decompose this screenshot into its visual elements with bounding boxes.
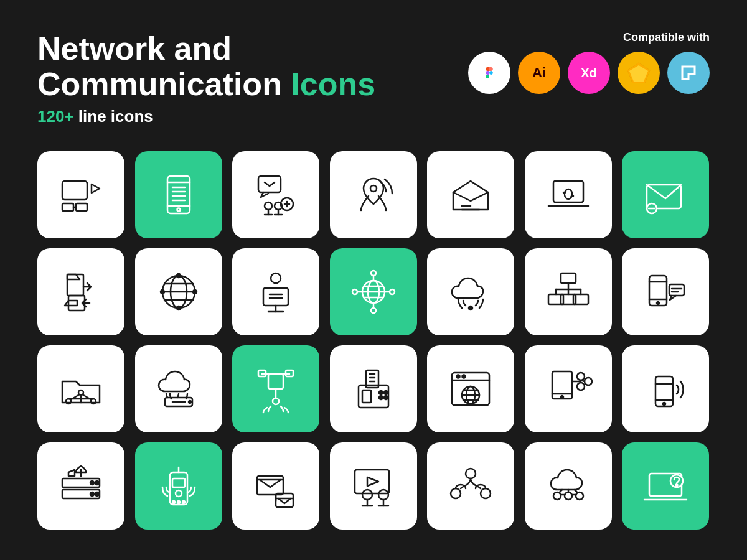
- svg-point-133: [95, 492, 99, 496]
- icon-email-block[interactable]: [622, 151, 709, 238]
- icon-video-message[interactable]: [37, 151, 125, 238]
- icons-grid: [37, 151, 710, 530]
- svg-point-108: [457, 375, 460, 378]
- svg-point-120: [577, 383, 585, 390]
- svg-point-77: [657, 302, 659, 304]
- svg-point-117: [561, 396, 563, 398]
- svg-point-148: [362, 490, 372, 500]
- svg-point-105: [384, 396, 388, 399]
- icon-cloud-nodes[interactable]: [525, 442, 612, 530]
- icon-browser-globe[interactable]: [427, 345, 514, 432]
- svg-rect-65: [561, 273, 576, 283]
- icon-email-open[interactable]: [427, 151, 514, 238]
- icon-mobile-broadcast[interactable]: [622, 345, 709, 432]
- svg-rect-115: [552, 371, 572, 399]
- svg-point-157: [481, 488, 491, 498]
- svg-rect-91: [268, 374, 283, 389]
- subtitle: 120+ line icons: [37, 107, 375, 126]
- svg-point-139: [177, 501, 180, 503]
- icon-video-presentation[interactable]: [330, 442, 417, 530]
- svg-point-169: [676, 485, 678, 487]
- svg-rect-136: [172, 478, 185, 487]
- svg-point-95: [273, 398, 279, 404]
- icon-walkie-talkie[interactable]: [135, 442, 222, 530]
- svg-point-89: [189, 401, 191, 403]
- title-block: Network and Communication Icons 120+ lin…: [37, 31, 375, 126]
- header: Network and Communication Icons 120+ lin…: [37, 31, 710, 126]
- xd-icon: Xd: [568, 52, 610, 94]
- svg-point-109: [463, 375, 466, 378]
- svg-rect-3: [62, 181, 87, 200]
- icon-cloud-wireless[interactable]: [427, 248, 514, 335]
- title-line2: Communication Icons: [37, 66, 375, 102]
- icon-network-hierarchy[interactable]: [525, 248, 612, 335]
- svg-point-84: [78, 390, 83, 395]
- icon-network-tablet[interactable]: [525, 345, 612, 432]
- sketch-icon: [618, 52, 660, 94]
- svg-rect-101: [362, 390, 371, 403]
- icon-file-transfer[interactable]: [37, 248, 125, 335]
- icon-mail-image[interactable]: [232, 442, 319, 530]
- icon-folder-network[interactable]: [37, 345, 125, 432]
- svg-point-158: [553, 492, 561, 500]
- svg-point-156: [451, 488, 461, 498]
- icon-satellite[interactable]: [232, 345, 319, 432]
- svg-rect-135: [170, 472, 187, 505]
- svg-point-20: [265, 202, 272, 210]
- icon-sync-laptop[interactable]: [525, 151, 612, 238]
- title-accent: Icons: [291, 66, 375, 102]
- svg-point-137: [176, 490, 182, 497]
- compat-label: Compatible with: [468, 31, 710, 44]
- svg-point-45: [271, 273, 281, 283]
- icon-globe-nodes[interactable]: [330, 248, 417, 335]
- svg-rect-145: [276, 493, 293, 507]
- icon-mobile-message[interactable]: [622, 248, 709, 335]
- svg-point-119: [577, 373, 585, 380]
- main-container: Network and Communication Icons 120+ lin…: [0, 0, 747, 560]
- svg-point-102: [379, 391, 383, 394]
- svg-rect-78: [669, 284, 684, 296]
- svg-marker-4: [92, 184, 100, 193]
- svg-point-159: [565, 492, 572, 500]
- compat-block: Compatible with Ai: [468, 31, 710, 94]
- icon-team-network[interactable]: [427, 442, 514, 530]
- svg-point-160: [576, 492, 583, 500]
- svg-point-15: [177, 208, 180, 212]
- icon-fax-machine[interactable]: [330, 345, 417, 432]
- svg-rect-6: [76, 203, 87, 211]
- compat-icons: Ai Xd: [468, 52, 710, 94]
- icon-mobile-phone[interactable]: [135, 151, 222, 238]
- svg-rect-16: [258, 176, 281, 192]
- icon-globe-network[interactable]: [135, 248, 222, 335]
- svg-point-26: [370, 185, 377, 192]
- illustrator-icon: Ai: [518, 52, 560, 94]
- icon-firewall-server[interactable]: [37, 442, 125, 530]
- svg-marker-154: [367, 477, 378, 486]
- title-line1: Network and: [37, 30, 232, 67]
- svg-point-149: [378, 490, 388, 500]
- svg-point-140: [182, 501, 185, 503]
- icon-cloud-router[interactable]: [135, 345, 222, 432]
- svg-point-121: [585, 378, 592, 385]
- svg-point-42: [193, 290, 197, 294]
- icon-podium[interactable]: [232, 248, 319, 335]
- svg-point-103: [384, 391, 388, 394]
- svg-rect-142: [257, 476, 283, 495]
- svg-point-44: [161, 290, 164, 294]
- craft-icon: [667, 52, 710, 94]
- main-title: Network and Communication Icons: [37, 31, 375, 102]
- icon-location-signal[interactable]: [330, 151, 417, 238]
- svg-rect-46: [263, 288, 288, 306]
- svg-point-127: [663, 403, 665, 405]
- svg-point-41: [177, 274, 181, 278]
- svg-rect-34: [67, 274, 83, 296]
- svg-point-138: [172, 501, 175, 503]
- subtitle-accent: 120+: [37, 107, 74, 126]
- icon-chat-presentation[interactable]: [232, 151, 319, 238]
- icon-support-laptop[interactable]: [622, 442, 709, 530]
- svg-point-132: [90, 492, 94, 496]
- subtitle-rest: line icons: [74, 107, 153, 126]
- svg-point-104: [379, 396, 383, 399]
- svg-point-155: [466, 469, 476, 478]
- svg-point-131: [95, 481, 99, 485]
